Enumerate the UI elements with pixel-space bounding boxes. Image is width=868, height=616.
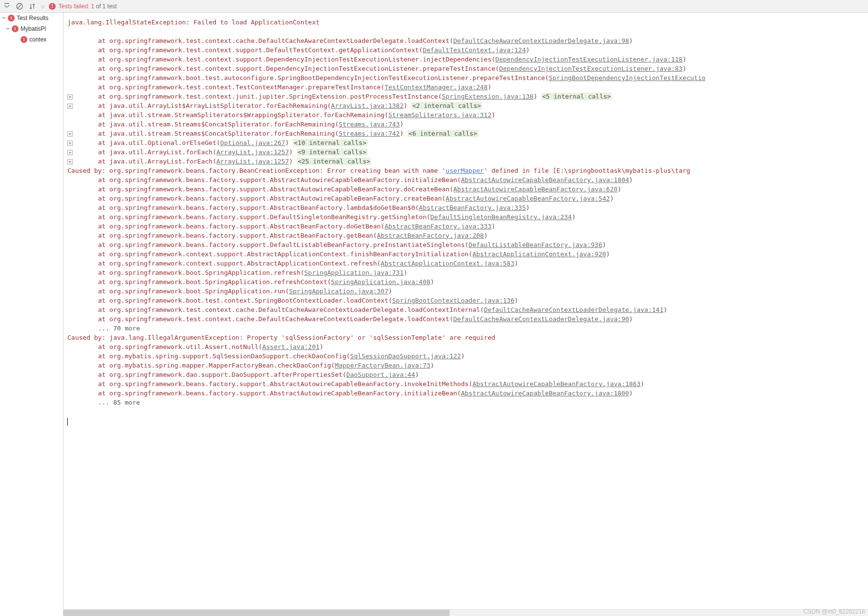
test-toolbar: » ! Tests failed: 1 of 1 test xyxy=(0,0,868,13)
source-link[interactable]: SpringApplication.java:408 xyxy=(331,278,431,286)
source-link[interactable]: SpringBootDependencyInjectionTestExecuti… xyxy=(549,74,705,82)
source-link[interactable]: AbstractAutowireCapableBeanFactory.java:… xyxy=(461,390,629,397)
source-link[interactable]: ArrayList.java:1257 xyxy=(216,148,289,156)
source-link[interactable]: AbstractApplicationContext.java:583 xyxy=(381,260,515,267)
source-link[interactable]: Streams.java:742 xyxy=(339,130,400,137)
test-fail-summary: Tests failed: 1 of 1 test xyxy=(59,3,117,10)
chevron-down-icon[interactable] xyxy=(2,16,6,20)
fail-status-icon xyxy=(21,36,27,43)
source-link[interactable]: AbstractAutowireCapableBeanFactory.java:… xyxy=(461,176,629,184)
internal-calls-badge[interactable]: <10 internal calls> xyxy=(293,139,368,146)
source-link[interactable]: AbstractApplicationContext.java:920 xyxy=(473,250,606,258)
expand-frames-icon[interactable]: + xyxy=(67,159,73,164)
sort-icon[interactable] xyxy=(27,1,37,11)
source-link[interactable]: DependencyInjectionTestExecutionListener… xyxy=(496,56,683,63)
expand-frames-icon[interactable]: + xyxy=(67,103,73,109)
tree-method-label: contex xyxy=(29,36,46,43)
internal-calls-badge[interactable]: <6 internal calls> xyxy=(408,130,478,137)
source-link[interactable]: ArrayList.java:1382 xyxy=(331,102,404,109)
source-link[interactable]: ArrayList.java:1257 xyxy=(216,158,289,165)
expand-frames-icon[interactable]: + xyxy=(67,131,73,137)
source-link[interactable]: DefaultTestContext.java:124 xyxy=(423,46,526,54)
source-link[interactable]: Optional.java:267 xyxy=(220,139,285,146)
source-link[interactable]: AbstractBeanFactory.java:333 xyxy=(385,223,492,230)
source-link[interactable]: Assert.java:201 xyxy=(262,343,319,350)
tree-root[interactable]: Test Results xyxy=(0,13,63,23)
source-link[interactable]: SpringBootContextLoader.java:136 xyxy=(392,297,514,304)
fail-badge-icon: ! xyxy=(49,3,56,10)
source-link[interactable]: TestContextManager.java:248 xyxy=(385,83,488,91)
scrollbar-thumb[interactable] xyxy=(63,610,450,616)
watermark-text: CSDN @m0_62202218 xyxy=(804,608,865,615)
console-output[interactable]: java.lang.IllegalStateException: Failed … xyxy=(63,13,868,616)
source-link[interactable]: SpringExtension.java:138 xyxy=(442,93,534,100)
tree-item-class[interactable]: MybatisPl xyxy=(0,23,63,34)
horizontal-scrollbar[interactable] xyxy=(63,609,868,616)
source-link[interactable]: SpringApplication.java:307 xyxy=(289,287,389,295)
text-cursor xyxy=(67,418,68,426)
tree-item-method[interactable]: contex xyxy=(0,34,63,45)
source-link[interactable]: DependencyInjectionTestExecutionListener… xyxy=(499,65,682,72)
source-link[interactable]: DefaultCacheAwareContextLoaderDelegate.j… xyxy=(454,37,629,44)
source-link[interactable]: SqlSessionDaoSupport.java:122 xyxy=(350,352,461,360)
internal-calls-badge[interactable]: <25 internal calls> xyxy=(297,158,372,165)
source-link[interactable]: StreamSpliterators.java:312 xyxy=(388,111,491,119)
source-link[interactable]: AbstractAutowireCapableBeanFactory.java:… xyxy=(473,380,641,388)
expand-frames-icon[interactable]: + xyxy=(67,141,73,146)
stacktrace-text: java.lang.IllegalStateException: Failed … xyxy=(63,13,868,431)
internal-calls-badge[interactable]: <9 internal calls> xyxy=(297,148,368,156)
bean-link[interactable]: userMapper xyxy=(446,167,484,174)
collapse-all-icon[interactable] xyxy=(2,1,12,11)
source-link[interactable]: DaoSupport.java:44 xyxy=(346,371,415,378)
expand-frames-icon[interactable]: + xyxy=(67,94,73,100)
source-link[interactable]: AbstractBeanFactory.java:335 xyxy=(419,204,526,211)
source-link[interactable]: DefaultCacheAwareContextLoaderDelegate.j… xyxy=(484,306,663,313)
source-link[interactable]: Streams.java:743 xyxy=(339,121,400,128)
fail-status-icon xyxy=(8,15,15,21)
source-link[interactable]: AbstractAutowireCapableBeanFactory.java:… xyxy=(446,195,610,202)
source-link[interactable]: AbstractBeanFactory.java:208 xyxy=(377,232,484,239)
fail-status-icon xyxy=(12,25,19,32)
internal-calls-badge[interactable]: <5 internal calls> xyxy=(541,93,612,100)
source-link[interactable]: DefaultSingletonBeanRegistry.java:234 xyxy=(431,213,572,221)
source-link[interactable]: SpringApplication.java:731 xyxy=(304,269,404,276)
expand-frames-icon[interactable]: + xyxy=(67,150,73,155)
stop-icon[interactable] xyxy=(15,1,24,11)
svg-line-1 xyxy=(18,4,21,8)
tree-root-label: Test Results xyxy=(17,15,48,21)
source-link[interactable]: MapperFactoryBean.java:73 xyxy=(335,362,431,369)
chevron-down-icon[interactable] xyxy=(6,27,10,31)
source-link[interactable]: DefaultListableBeanFactory.java:936 xyxy=(469,241,602,248)
test-tree-sidebar: Test Results MybatisPl contex xyxy=(0,13,63,616)
source-link[interactable]: AbstractAutowireCapableBeanFactory.java:… xyxy=(454,185,618,193)
separator-icon: » xyxy=(40,2,46,10)
internal-calls-badge[interactable]: <2 internal calls> xyxy=(411,102,482,109)
tree-class-label: MybatisPl xyxy=(21,25,46,32)
source-link[interactable]: DefaultCacheAwareContextLoaderDelegate.j… xyxy=(454,315,629,323)
